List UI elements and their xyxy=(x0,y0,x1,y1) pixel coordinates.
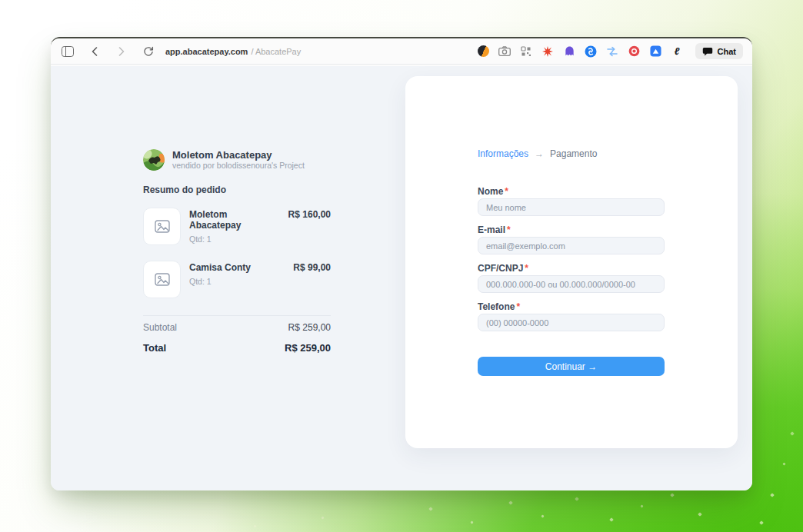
step-informacoes[interactable]: Informações xyxy=(478,148,528,159)
merchant-name: Moletom Abacatepay xyxy=(172,149,305,161)
summary-divider xyxy=(143,315,331,316)
toolbar-extensions: ℓ Chat xyxy=(477,43,743,59)
email-field-group: E-mail* xyxy=(478,224,665,254)
product-thumbnail xyxy=(143,208,181,245)
purple-ghost-extension-icon[interactable] xyxy=(563,45,576,58)
order-summary: Moletom Abacatepay vendido por bolodisse… xyxy=(143,149,331,354)
phone-field-group: Telefone* xyxy=(478,301,665,331)
subtotal-value: R$ 259,00 xyxy=(288,322,331,333)
sparkle-dot xyxy=(470,520,473,524)
step-pagamento: Pagamento xyxy=(550,148,597,159)
chat-button[interactable]: Chat xyxy=(695,43,743,59)
cpf-cnpj-label: CPF/CNPJ* xyxy=(478,263,665,274)
reload-icon[interactable] xyxy=(141,44,156,59)
merchant-seller: vendido por bolodissenoura's Project xyxy=(172,161,305,171)
nav-controls xyxy=(60,44,156,59)
continue-button[interactable]: Continuar → xyxy=(478,357,665,376)
subtotal-row: Subtotal R$ 259,00 xyxy=(143,322,331,333)
chat-bubble-icon xyxy=(702,47,713,56)
item-info: Camisa Conty Qtd: 1 xyxy=(189,261,285,286)
item-price: R$ 99,00 xyxy=(293,261,331,273)
item-info: Moletom Abacatepay Qtd: 1 xyxy=(189,208,280,244)
checkout-card: Informações → Pagamento Nome* E-mail* CP… xyxy=(405,76,738,448)
subtotal-label: Subtotal xyxy=(143,322,177,333)
sidebar-icon[interactable] xyxy=(60,44,75,59)
qr-scan-extension-icon[interactable] xyxy=(520,45,533,58)
blue-mountain-extension-icon[interactable] xyxy=(649,45,662,58)
email-input[interactable] xyxy=(478,237,665,254)
chat-button-label: Chat xyxy=(718,47,736,56)
order-summary-title: Resumo do pedido xyxy=(143,185,331,195)
phone-label-text: Telefone xyxy=(478,301,515,312)
sparkle-dot xyxy=(321,516,324,519)
cursive-letter-extension-icon[interactable]: ℓ xyxy=(671,45,684,58)
merchant-text: Moletom Abacatepay vendido por bolodisse… xyxy=(172,149,305,171)
cpf-cnpj-input[interactable] xyxy=(478,275,665,293)
sparkle-dot xyxy=(609,517,614,522)
sparkle-dot xyxy=(253,524,256,527)
camera-extension-icon[interactable] xyxy=(498,45,511,58)
checkout-page: Moletom Abacatepay vendido por bolodisse… xyxy=(51,66,752,490)
blue-arrows-extension-icon[interactable] xyxy=(606,45,619,58)
name-input[interactable] xyxy=(478,198,665,216)
step-arrow-icon: → xyxy=(535,148,544,159)
image-placeholder-icon xyxy=(155,273,170,286)
url-site-name: / AbacatePay xyxy=(251,47,301,56)
order-item: Moletom Abacatepay Qtd: 1 R$ 160,00 xyxy=(143,208,331,245)
total-value: R$ 259,00 xyxy=(285,342,331,354)
back-icon[interactable] xyxy=(87,44,102,59)
merchant-header: Moletom Abacatepay vendido por bolodisse… xyxy=(143,149,331,171)
item-quantity: Qtd: 1 xyxy=(189,234,280,244)
item-price: R$ 160,00 xyxy=(288,208,331,220)
email-label-text: E-mail xyxy=(478,224,505,235)
red-starburst-extension-icon[interactable] xyxy=(541,45,555,58)
item-name: Moletom Abacatepay xyxy=(189,209,280,231)
phone-label: Telefone* xyxy=(478,301,665,312)
sparkle-dot xyxy=(640,504,643,507)
checkout-form: Informações → Pagamento Nome* E-mail* CP… xyxy=(478,148,665,376)
address-bar[interactable]: app.abacatepay.com / AbacatePay xyxy=(165,47,301,56)
order-item: Camisa Conty Qtd: 1 R$ 99,00 xyxy=(143,261,331,298)
forward-icon[interactable] xyxy=(114,44,129,59)
total-row: Total R$ 259,00 xyxy=(143,342,331,354)
name-label-text: Nome xyxy=(478,186,503,197)
sparkle-dot xyxy=(541,514,544,517)
email-label: E-mail* xyxy=(478,224,665,235)
item-quantity: Qtd: 1 xyxy=(189,277,285,286)
red-badge-extension-icon[interactable] xyxy=(628,45,641,58)
merchant-avatar xyxy=(143,149,165,171)
required-asterisk: * xyxy=(516,301,520,312)
url-host: app.abacatepay.com xyxy=(165,47,248,56)
checkout-steps: Informações → Pagamento xyxy=(478,148,665,160)
sparkle-dot xyxy=(575,497,579,501)
required-asterisk: * xyxy=(505,186,508,197)
sparkle-dot xyxy=(782,462,785,465)
cpf-cnpj-label-text: CPF/CNPJ xyxy=(478,263,523,274)
sparkle-dot xyxy=(698,512,702,517)
browser-window: app.abacatepay.com / AbacatePay xyxy=(51,37,752,490)
product-thumbnail xyxy=(143,261,181,298)
required-asterisk: * xyxy=(507,224,511,235)
item-name: Camisa Conty xyxy=(189,262,285,273)
sparkle-dot xyxy=(759,520,764,525)
name-field-group: Nome* xyxy=(478,186,665,216)
phone-input[interactable] xyxy=(478,314,665,331)
image-placeholder-icon xyxy=(155,220,170,233)
browser-toolbar: app.abacatepay.com / AbacatePay xyxy=(51,38,752,65)
total-label: Total xyxy=(143,342,166,354)
sparkle-dot xyxy=(670,493,675,497)
required-asterisk: * xyxy=(525,263,528,274)
sparkle-dot xyxy=(790,431,795,436)
sparkle-dot xyxy=(770,493,775,497)
name-label: Nome* xyxy=(478,186,665,197)
orange-circle-extension-icon[interactable] xyxy=(477,45,490,58)
sparkle-dot xyxy=(508,500,513,505)
cpf-cnpj-field-group: CPF/CNPJ* xyxy=(478,263,665,293)
sparkle-dot xyxy=(428,507,433,511)
shazam-extension-icon[interactable] xyxy=(585,45,598,58)
